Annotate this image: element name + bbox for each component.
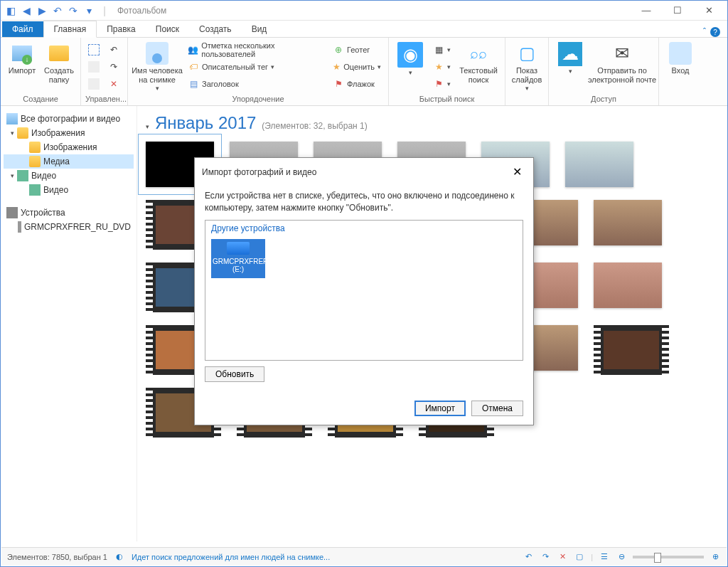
device-item[interactable]: GRMCPRXFRER_RU_DVD (E:) bbox=[211, 239, 265, 278]
refresh-button[interactable]: Обновить bbox=[205, 366, 264, 382]
dialog-close-button[interactable]: ✕ bbox=[508, 164, 526, 180]
import-dialog: Импорт фотографий и видео ✕ Если устройс… bbox=[194, 157, 534, 425]
dialog-text: Если устройства нет в списке, убедитесь,… bbox=[205, 190, 523, 214]
dialog-title: Импорт фотографий и видео bbox=[202, 167, 316, 177]
drive-icon bbox=[227, 242, 250, 255]
import-confirm-button[interactable]: Импорт bbox=[414, 401, 466, 416]
device-section-header: Другие устройства bbox=[205, 221, 523, 236]
modal-overlay: Импорт фотографий и видео ✕ Если устройс… bbox=[1, 1, 727, 566]
cancel-button[interactable]: Отмена bbox=[471, 401, 523, 416]
device-list: Другие устройства GRMCPRXFRER_RU_DVD (E:… bbox=[205, 220, 523, 361]
